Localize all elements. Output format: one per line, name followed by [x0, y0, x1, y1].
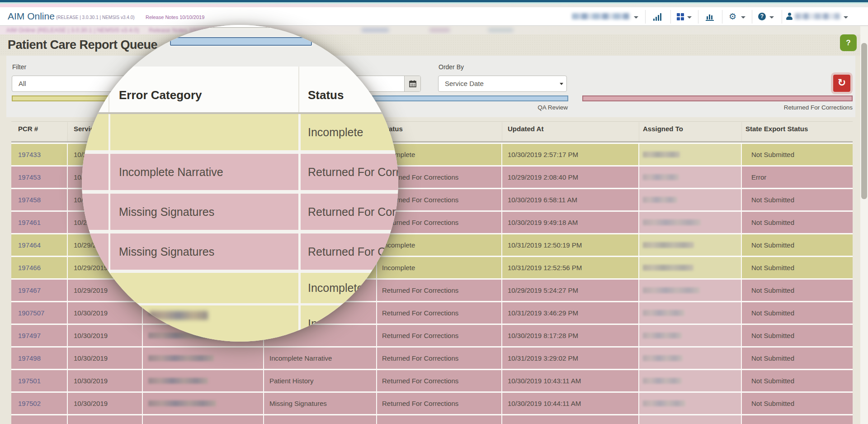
magnified-redacted-text [149, 311, 208, 320]
patient-name-redacted [148, 355, 214, 361]
table-cell: 10/31/2019 3:46:29 PM [508, 302, 578, 324]
table-cell: 10/29/2019 2:08:40 PM [508, 167, 578, 188]
magnified-column-separator [298, 114, 301, 342]
magnified-cell: Returned For Corrections [308, 154, 398, 190]
title-bar: Patient Care Report Queue ? [0, 34, 868, 56]
help-caret-icon[interactable] [769, 16, 774, 19]
pcr-link[interactable]: 197498 [18, 348, 41, 369]
ghost-fragment [429, 28, 450, 32]
ghost-fragment [488, 28, 513, 32]
table-cell: Returned For Corrections [382, 325, 458, 346]
pcr-link[interactable]: 197497 [18, 325, 41, 346]
order-by-select[interactable]: Service Date [438, 76, 567, 92]
calendar-icon [409, 80, 416, 87]
refresh-button[interactable]: ↻ [833, 75, 850, 92]
table-cell: Patient History [269, 370, 314, 391]
magnified-cell: Incomplete [308, 114, 363, 150]
nav-divider [670, 10, 671, 24]
table-cell: 10/29/2019 [74, 280, 108, 301]
pcr-link[interactable]: 197461 [18, 212, 41, 233]
table-cell: 10/30/2019 2:57:17 PM [508, 144, 578, 165]
org-name-redacted[interactable] [572, 13, 630, 19]
pcr-link[interactable]: 197467 [18, 280, 41, 301]
magnified-table-header: Error Category Status [82, 67, 398, 114]
help-icon[interactable]: ? [758, 13, 766, 20]
table-cell: 10/30/2019 10:44:11 AM [508, 393, 581, 414]
order-by-caret-icon [560, 83, 563, 85]
column-header[interactable]: Assigned To [643, 125, 683, 133]
order-by-label: Order By [439, 63, 464, 71]
pcr-link[interactable]: 197501 [18, 370, 41, 391]
apps-caret-icon[interactable] [687, 16, 692, 19]
table-cell: 10/30/2019 [74, 370, 108, 391]
magnified-status-header: Status [308, 88, 344, 102]
table-cell: 10/30/2019 [74, 302, 108, 324]
scrollbar-thumb[interactable] [861, 43, 867, 199]
table-cell: 10/30/2019 8:17:28 PM [508, 325, 578, 346]
ghost-fragment [362, 28, 389, 32]
pcr-link[interactable]: 197453 [18, 167, 41, 188]
table-cell: Not Submitted [751, 257, 794, 278]
top-ghost-strip [0, 4, 868, 7]
pcr-link[interactable]: 197433 [18, 144, 41, 165]
legend-bar [582, 95, 853, 101]
magnified-qa-legend-bar [170, 37, 312, 46]
table-cell: Not Submitted [751, 370, 794, 391]
magnified-cell: Missing Signatures [119, 233, 214, 270]
table-cell: 10/30/2019 10:43:11 AM [508, 370, 581, 391]
app-brand[interactable]: AIM Online [8, 11, 55, 22]
pcr-link[interactable]: 1907507 [18, 302, 44, 324]
table-cell: Returned For Corrections [382, 370, 458, 391]
table-cell: Not Submitted [751, 212, 794, 233]
magnifier-loupe: Incomplete Error Category Status Incompl… [82, 25, 398, 342]
magnified-header-separator [298, 67, 299, 112]
table-cell: Returned For Corrections [382, 280, 458, 301]
settings-caret-icon[interactable] [741, 16, 745, 19]
magnified-cell: Incomplete Narrative [119, 154, 223, 190]
magnified-cell: Returned For Corrections [308, 194, 398, 230]
table-cell: Not Submitted [751, 234, 794, 256]
nav-divider [645, 10, 646, 24]
page-help-button[interactable]: ? [840, 34, 857, 51]
column-header[interactable]: PCR # [18, 125, 38, 133]
nav-divider [752, 10, 752, 24]
table-cell: Returned For Corrections [382, 302, 458, 324]
magnified-cell: Missing Signatures [119, 194, 214, 230]
settings-gear-icon[interactable]: ⚙ [729, 11, 736, 21]
user-name-redacted[interactable] [795, 13, 840, 19]
patient-name-redacted [148, 378, 208, 384]
table-cell: Returned For Corrections [382, 348, 458, 369]
table-cell: 10/29/2019 5:24:27 PM [508, 280, 578, 301]
release-notes-link[interactable]: Release Notes 10/10/2019 [146, 14, 204, 20]
nav-divider [782, 10, 782, 24]
pcr-link[interactable]: 197458 [18, 189, 41, 210]
nav-divider [722, 10, 722, 24]
assigned-column-highlight [639, 143, 741, 424]
table-cell: 10/30/2019 6:58:11 AM [508, 189, 577, 210]
table-cell: 10/31/2019 12:50:19 PM [508, 234, 582, 256]
table-cell: Incomplete [382, 257, 415, 278]
signal-bars-icon[interactable] [653, 13, 662, 21]
column-header[interactable]: Updated At [508, 125, 543, 133]
apps-grid-icon[interactable] [677, 13, 684, 20]
org-caret-icon[interactable] [634, 16, 638, 19]
page-title: Patient Care Report Queue [8, 38, 157, 52]
table-cell: Error [751, 167, 766, 188]
table-cell: 10/30/2019 9:49:18 AM [508, 212, 578, 233]
magnified-row: Missing SignaturesReturned For Correctio… [82, 194, 398, 230]
pcr-link[interactable]: 197464 [18, 234, 41, 256]
user-caret-icon[interactable] [844, 16, 848, 19]
table-cell: Not Submitted [751, 348, 794, 369]
pcr-link[interactable]: 197466 [18, 257, 41, 278]
column-header[interactable]: State Export Status [745, 125, 808, 133]
table-cell: Not Submitted [751, 189, 794, 210]
legend-label: Returned For Corrections [784, 104, 853, 111]
table-cell: Not Submitted [751, 144, 794, 165]
table-cell: 10/30/2019 [74, 325, 108, 346]
pcr-link[interactable]: 197502 [18, 393, 41, 414]
filter-label: Filter [12, 63, 26, 71]
magnified-row: Missing SignaturesReturned For Correctio… [82, 233, 398, 270]
bar-chart-icon[interactable] [705, 12, 714, 21]
table-cell: 10/31/2019 3:29:02 PM [508, 348, 578, 369]
calendar-button[interactable] [404, 76, 420, 91]
